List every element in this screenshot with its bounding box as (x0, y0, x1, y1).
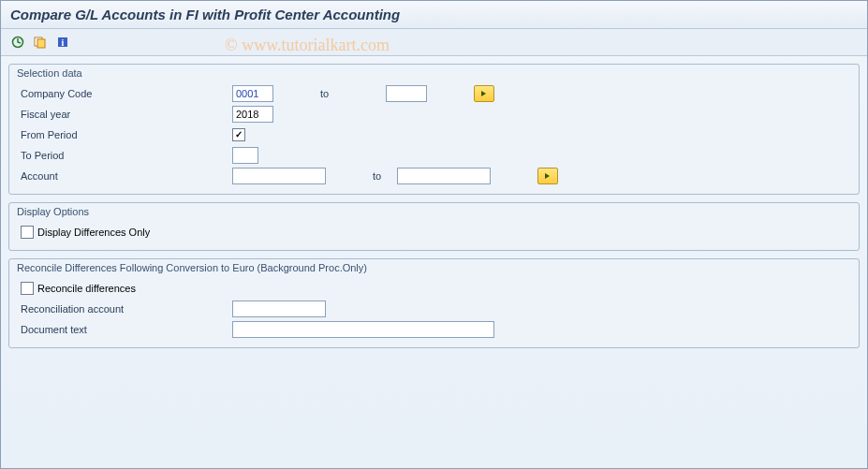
row-to-period: To Period (9, 145, 859, 166)
app-window: Compare G/L Accounts in FI with Profit C… (0, 0, 868, 469)
to-period-input[interactable] (232, 147, 258, 164)
page-title: Compare G/L Accounts in FI with Profit C… (10, 7, 400, 22)
display-diff-checkbox[interactable] (21, 226, 34, 239)
document-text-label: Document text (17, 324, 232, 335)
row-fiscal-year: Fiscal year (9, 104, 859, 125)
svg-rect-2 (37, 39, 45, 48)
content-area: Selection data Company Code to Fiscal ye… (1, 56, 867, 363)
display-diff-label: Display Differences Only (37, 227, 150, 238)
reconcile-diff-checkbox[interactable] (21, 282, 34, 295)
company-code-label: Company Code (17, 88, 232, 99)
reconcile-account-input[interactable] (232, 300, 326, 317)
account-input[interactable] (232, 168, 326, 184)
fiscal-year-label: Fiscal year (17, 109, 232, 120)
row-account: Account to (9, 166, 859, 186)
group-title-display: Display Options (9, 203, 859, 222)
row-from-period: From Period (9, 125, 859, 145)
title-bar: Compare G/L Accounts in FI with Profit C… (1, 1, 867, 29)
group-title-reconcile: Reconcile Differences Following Conversi… (9, 259, 859, 278)
variant-icon (34, 36, 47, 49)
company-code-to-label: to (273, 88, 386, 99)
to-period-label: To Period (17, 150, 232, 161)
clock-execute-icon (11, 36, 24, 49)
from-period-label: From Period (17, 129, 232, 140)
account-multi-select-button[interactable] (537, 168, 558, 184)
svg-text:i: i (62, 37, 65, 48)
toolbar: i (1, 29, 867, 56)
row-reconcile-diff: Reconcile differences (9, 278, 859, 299)
company-code-input[interactable] (232, 85, 273, 102)
info-icon: i (56, 36, 69, 49)
account-to-input[interactable] (397, 168, 491, 184)
company-code-multi-select-button[interactable] (474, 85, 494, 102)
company-code-to-input[interactable] (386, 85, 427, 102)
group-title-selection: Selection data (9, 65, 859, 83)
document-text-input[interactable] (232, 321, 494, 338)
row-document-text: Document text (9, 319, 859, 340)
info-button[interactable]: i (53, 33, 72, 51)
variant-button[interactable] (31, 33, 50, 51)
execute-button[interactable] (8, 33, 27, 51)
row-reconcile-account: Reconciliation account (9, 299, 859, 319)
group-selection-data: Selection data Company Code to Fiscal ye… (8, 64, 860, 195)
row-display-diff: Display Differences Only (9, 222, 859, 242)
row-company-code: Company Code to (9, 83, 859, 104)
account-label: Account (17, 170, 232, 182)
arrow-right-icon (543, 171, 552, 181)
fiscal-year-input[interactable] (232, 106, 273, 123)
reconcile-diff-label: Reconcile differences (37, 283, 136, 294)
group-display-options: Display Options Display Differences Only (8, 202, 860, 251)
reconcile-account-label: Reconciliation account (17, 303, 232, 315)
group-reconcile: Reconcile Differences Following Conversi… (8, 258, 860, 348)
from-period-checkbox[interactable] (232, 128, 245, 141)
arrow-right-icon (479, 89, 489, 98)
